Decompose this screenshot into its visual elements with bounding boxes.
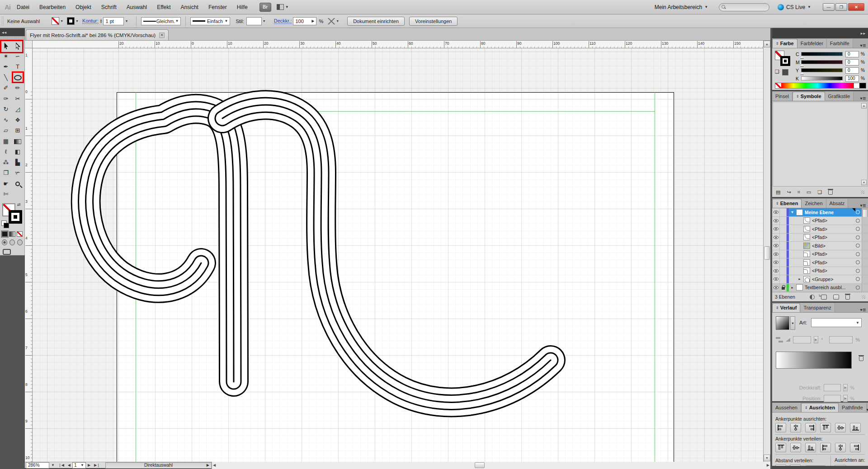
tab-symbole[interactable]: ⇕Symbole [793, 92, 825, 101]
draw-inside-button[interactable] [17, 239, 23, 245]
tab-verlauf[interactable]: ⇕Verlauf [772, 303, 800, 312]
panel-grip[interactable] [1, 16, 5, 26]
align-right-button[interactable] [805, 423, 816, 432]
layers-scrollbar[interactable] [862, 267, 868, 275]
menu-hilfe[interactable]: Hilfe [237, 4, 248, 10]
stepper-icon[interactable]: ▶ [843, 395, 848, 402]
cs-live-button[interactable]: CS Live ▼ [778, 4, 811, 10]
menu-objekt[interactable]: Objekt [75, 4, 91, 10]
layers-scrollbar[interactable] [862, 242, 868, 250]
target-circle-icon[interactable] [856, 210, 860, 214]
style-select[interactable] [246, 17, 262, 25]
break-link-icon[interactable]: ⌗ [797, 189, 800, 195]
target-circle-icon[interactable] [856, 252, 860, 256]
target-circle-icon[interactable] [856, 269, 860, 273]
delete-symbol-icon[interactable] [828, 190, 833, 195]
scroll-down-icon[interactable]: ▼ [764, 455, 770, 461]
dock-collapse-button[interactable]: ▶▶ [772, 28, 868, 38]
spectrum-ramp[interactable] [781, 83, 854, 88]
chevron-down-icon[interactable]: ▼ [60, 19, 63, 23]
visibility-toggle[interactable] [772, 225, 780, 233]
horizontal-scroll-thumb[interactable] [475, 462, 485, 468]
visibility-toggle[interactable] [772, 275, 780, 283]
scroll-left-icon[interactable]: ◀ [213, 463, 216, 467]
line-segment-tool[interactable]: ╲ [0, 73, 12, 84]
vertical-scrollbar[interactable]: ▲ ▼ [763, 41, 770, 462]
expander-icon[interactable]: ▾ [790, 210, 794, 214]
menu-effekt[interactable]: Effekt [157, 4, 170, 10]
stroke-weight-stepper[interactable]: ▲▼ [100, 19, 103, 23]
layers-scrollbar[interactable] [862, 258, 868, 267]
prev-page-icon[interactable]: ◀ [68, 463, 71, 467]
visibility-toggle[interactable] [772, 258, 780, 267]
page-number-field[interactable]: 1 ▼ [72, 462, 86, 469]
mesh-tool[interactable]: ▦ [0, 136, 12, 147]
delete-stop-icon[interactable] [859, 356, 863, 361]
pencil-tool[interactable]: ✏ [12, 83, 24, 94]
gradient-mode-button[interactable] [9, 231, 15, 237]
draw-normal-button[interactable] [2, 239, 7, 245]
tab-ausrichten[interactable]: ⇕Ausrichten [801, 403, 839, 412]
scroll-down-icon[interactable]: ▼ [861, 180, 867, 185]
first-page-icon[interactable]: ❘◀ [58, 463, 64, 467]
distribute-right-button[interactable] [850, 443, 861, 452]
stepper-icon[interactable]: ▶ [814, 336, 818, 343]
opacity-panel-link[interactable]: Deckkr.: [274, 18, 292, 24]
gamut-color-swatch[interactable] [782, 69, 788, 75]
delete-layer-icon[interactable] [845, 295, 850, 300]
horizontal-ruler[interactable]: 2010010203040506070809010011012013014015… [25, 41, 763, 48]
layers-scrollbar[interactable] [862, 217, 868, 225]
channel-value-field[interactable]: 100 [845, 75, 859, 82]
arrange-documents-button[interactable]: ▼ [277, 4, 289, 10]
ruler-corner[interactable] [25, 41, 33, 48]
scroll-up-icon[interactable]: ▲ [764, 41, 770, 47]
layer-row[interactable]: <Pfad> [772, 225, 868, 234]
stroke-weight-field[interactable]: 1 pt [103, 17, 124, 25]
align-left-button[interactable] [775, 423, 786, 432]
align-v-center-button[interactable] [835, 423, 846, 432]
channel-slider[interactable] [801, 60, 843, 64]
width-profile-select[interactable]: Gleichm. ▼ [141, 17, 181, 25]
menu-datei[interactable]: Datei [17, 4, 29, 10]
visibility-toggle[interactable] [772, 242, 780, 250]
gradient-angle-field[interactable] [793, 336, 811, 343]
lock-toggle[interactable] [780, 284, 787, 292]
color-mode-button[interactable] [2, 231, 8, 237]
scroll-up-icon[interactable]: ▲ [861, 103, 867, 108]
chevron-down-icon[interactable]: ▼ [336, 19, 339, 23]
column-graph-tool[interactable]: ▙ [12, 158, 24, 169]
panel-menu-icon[interactable]: ▾≣ [860, 96, 868, 101]
search-input[interactable] [719, 3, 769, 11]
stop-position-field[interactable] [824, 395, 841, 402]
tab-absatz[interactable]: Absatz [826, 199, 849, 208]
make-clipping-mask-icon[interactable] [810, 295, 815, 300]
chevron-down-icon[interactable]: ▼ [51, 463, 55, 467]
default-fill-stroke-icon[interactable] [1, 220, 7, 226]
gradient-tool[interactable] [12, 136, 24, 147]
lock-toggle[interactable] [780, 242, 787, 250]
width-tool[interactable]: ∿ [0, 115, 12, 126]
workspace-switcher[interactable]: Mein Arbeitsbereich ▼ [655, 4, 708, 10]
slider-knob-icon[interactable] [800, 72, 804, 75]
lock-toggle[interactable] [780, 258, 787, 267]
channel-slider[interactable] [801, 76, 843, 80]
vertical-scroll-thumb[interactable] [764, 246, 770, 260]
distribute-v-center-button[interactable] [790, 443, 801, 452]
blob-brush-tool[interactable]: ✑ [0, 94, 12, 105]
document-tab[interactable]: Flyer mit Retro-Schrift.ai* bei 286 % (C… [26, 29, 169, 40]
new-symbol-icon[interactable]: ❏ [817, 189, 822, 195]
layers-scrollbar[interactable] [862, 284, 868, 292]
rotate-tool[interactable]: ↻ [0, 104, 12, 115]
layer-row[interactable]: <Pfad> [772, 250, 868, 259]
scale-tool[interactable]: ◿ [12, 104, 24, 115]
stroke-proxy-swatch[interactable] [9, 210, 22, 224]
vertical-ruler[interactable]: 1012345678910 [25, 48, 33, 462]
lock-toggle[interactable] [780, 208, 787, 216]
symbol-libraries-icon[interactable]: ▤ [776, 189, 780, 195]
brush-definition-select[interactable]: Einfach ▼ [190, 17, 230, 25]
tab-grafikstile[interactable]: Grafikstile [825, 92, 854, 101]
align-bottom-button[interactable] [850, 423, 861, 432]
pen-tool[interactable]: ✒ [0, 62, 12, 73]
stop-opacity-field[interactable] [824, 384, 841, 391]
gradient-thumbnail[interactable] [776, 316, 789, 330]
